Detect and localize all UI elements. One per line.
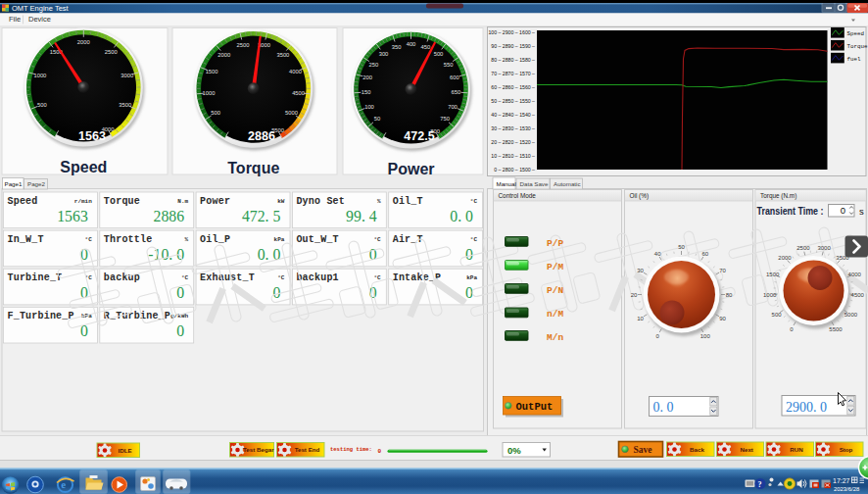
svg-text:backup1: backup1 <box>296 272 338 283</box>
svg-text:700: 700 <box>448 104 458 110</box>
svg-text:80: 80 <box>726 292 733 298</box>
svg-text:Back: Back <box>690 446 704 453</box>
svg-text:450: 450 <box>420 44 430 50</box>
svg-text:30 – 2830 – 1530 –: 30 – 2830 – 1530 – <box>491 125 535 131</box>
svg-text:Torque (N.m): Torque (N.m) <box>760 192 796 200</box>
svg-text:4500: 4500 <box>292 90 305 96</box>
svg-text:Speed: Speed <box>847 30 864 37</box>
svg-text:Manual: Manual <box>497 180 516 187</box>
svg-text:kW: kW <box>277 198 285 205</box>
svg-text:Torque: Torque <box>847 43 868 50</box>
svg-text:5000: 5000 <box>844 312 858 318</box>
svg-text:10: 10 <box>637 316 644 321</box>
svg-text:Torque: Torque <box>227 160 279 176</box>
svg-text:60: 60 <box>701 251 708 257</box>
svg-text:OMT Engine Test: OMT Engine Test <box>12 4 70 13</box>
svg-text:Oil_T: Oil_T <box>393 196 423 207</box>
svg-text:40 – 2840 – 1540 –: 40 – 2840 – 1540 – <box>491 112 535 118</box>
svg-text:P/P: P/P <box>547 238 563 249</box>
svg-text:472. 5: 472. 5 <box>242 208 281 224</box>
svg-text:P/N: P/N <box>547 285 563 296</box>
svg-text:70: 70 <box>719 268 726 273</box>
svg-text:%: % <box>377 198 381 205</box>
svg-text:Control Mode: Control Mode <box>499 192 537 199</box>
svg-text:M/n: M/n <box>547 332 563 343</box>
svg-text:Oil_P: Oil_P <box>200 234 230 245</box>
svg-text:n/M: n/M <box>547 309 563 320</box>
svg-text:500: 500 <box>37 102 47 108</box>
svg-text:90 – 2890 – 1590 –: 90 – 2890 – 1590 – <box>491 43 535 49</box>
svg-text:1000: 1000 <box>33 73 46 78</box>
svg-text:s: s <box>859 206 864 217</box>
svg-text:2000: 2000 <box>217 52 230 58</box>
svg-text:1563: 1563 <box>57 208 88 224</box>
svg-text:5000: 5000 <box>285 110 298 116</box>
svg-text:3000: 3000 <box>121 73 133 78</box>
svg-text:0. 0: 0. 0 <box>653 400 674 415</box>
svg-text:100: 100 <box>364 104 374 110</box>
svg-text:400: 400 <box>407 41 416 47</box>
svg-text:°C: °C <box>470 236 478 243</box>
svg-text:0: 0 <box>465 246 473 263</box>
svg-text:2023/6/28: 2023/6/28 <box>834 486 860 492</box>
svg-text:150: 150 <box>362 89 371 95</box>
svg-text:°C: °C <box>85 236 93 243</box>
svg-text:2000: 2000 <box>77 39 90 45</box>
svg-text:50 – 2850 – 1550 –: 50 – 2850 – 1550 – <box>491 98 535 104</box>
svg-text:R_Turbine_P: R_Turbine_P <box>104 311 170 321</box>
svg-text:Oil (%): Oil (%) <box>630 192 650 200</box>
svg-text:0: 0 <box>841 205 845 216</box>
svg-text:°C: °C <box>277 274 285 281</box>
svg-text:°C: °C <box>373 236 381 243</box>
svg-text:1000: 1000 <box>763 292 777 298</box>
svg-text:2886: 2886 <box>154 208 185 224</box>
svg-text:testing time:: testing time: <box>330 446 372 453</box>
svg-text:Data Save: Data Save <box>520 180 549 187</box>
svg-text:3500: 3500 <box>276 52 289 58</box>
svg-text:200: 200 <box>362 74 372 80</box>
svg-text:3500: 3500 <box>119 102 131 108</box>
svg-text:20 – 2820 – 1520 –: 20 – 2820 – 1520 – <box>491 139 535 145</box>
svg-text:°C: °C <box>470 198 478 205</box>
svg-text:17:27: 17:27 <box>833 477 850 484</box>
svg-text:Test End: Test End <box>295 446 320 453</box>
svg-text:2900. 0: 2900. 0 <box>786 400 827 415</box>
svg-text:500: 500 <box>772 312 783 318</box>
svg-text:Power: Power <box>387 161 434 177</box>
svg-text:Torque: Torque <box>104 196 140 207</box>
svg-text:fuel: fuel <box>847 56 861 63</box>
svg-text:-10. 0: -10. 0 <box>148 246 184 263</box>
svg-text:Automatic: Automatic <box>554 180 581 187</box>
svg-text:°C: °C <box>181 274 189 281</box>
svg-text:2500: 2500 <box>796 245 810 251</box>
svg-text:0 – 2800 – 1500 –: 0 – 2800 – 1500 – <box>494 167 535 173</box>
svg-text:Device: Device <box>28 15 51 24</box>
svg-text:Transient Time :: Transient Time : <box>757 206 824 217</box>
svg-text:0: 0 <box>272 284 280 301</box>
svg-text:Throttle: Throttle <box>104 234 153 245</box>
svg-text:OutPut: OutPut <box>516 401 554 413</box>
svg-text:Page2: Page2 <box>27 180 45 187</box>
svg-text:500: 500 <box>434 51 444 57</box>
svg-text:RUN: RUN <box>790 446 803 453</box>
svg-text:5500: 5500 <box>829 326 843 332</box>
svg-text:0. 0: 0. 0 <box>450 208 473 224</box>
svg-text:2000: 2000 <box>778 255 792 261</box>
svg-text:?: ? <box>758 480 762 489</box>
svg-text:N.m: N.m <box>177 198 188 205</box>
svg-text:2886: 2886 <box>248 129 275 143</box>
svg-text:File: File <box>9 15 21 24</box>
svg-text:250: 250 <box>368 62 378 68</box>
svg-text:550: 550 <box>444 62 454 68</box>
svg-text:Save: Save <box>634 445 652 455</box>
svg-text:2500: 2500 <box>237 42 250 48</box>
svg-text:1500: 1500 <box>206 69 218 74</box>
svg-text:Dyno Set: Dyno Set <box>296 196 345 207</box>
svg-text:4500: 4500 <box>851 292 865 298</box>
svg-text:472.5: 472.5 <box>404 129 434 143</box>
svg-text:2500: 2500 <box>105 49 118 55</box>
svg-text:80 – 2880 – 1580 –: 80 – 2880 – 1580 – <box>491 57 535 63</box>
svg-text:100 – 2900 – 1600 –: 100 – 2900 – 1600 – <box>488 29 535 35</box>
svg-text:kPa: kPa <box>466 274 477 281</box>
svg-text:F_Turbine_P: F_Turbine_P <box>8 311 74 321</box>
